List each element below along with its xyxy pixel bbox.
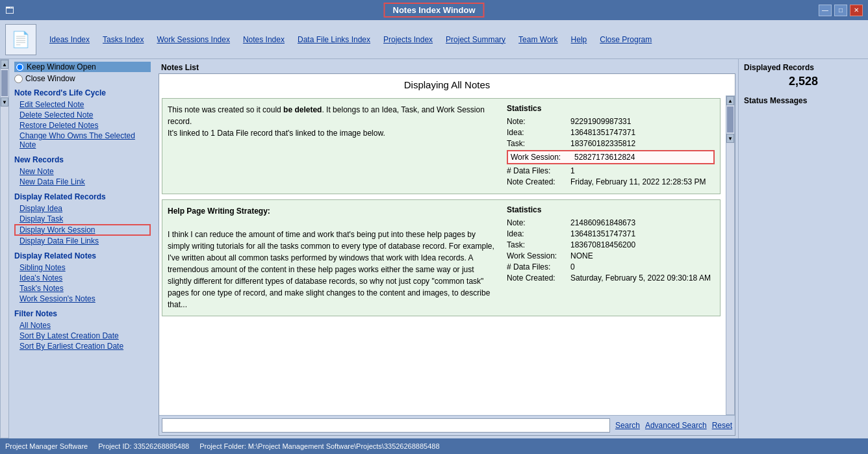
link-sibling-notes[interactable]: Sibling Notes bbox=[14, 262, 151, 273]
link-display-task[interactable]: Display Task bbox=[14, 214, 151, 224]
sidebar-container: ▲ ▼ Keep Window Open Close Window Note R… bbox=[0, 59, 156, 438]
section-filter-notes: Filter Notes bbox=[14, 309, 151, 318]
right-panel: Displayed Records 2,528 Status Messages bbox=[738, 59, 868, 438]
link-sort-earliest[interactable]: Sort By Earliest Creation Date bbox=[14, 341, 151, 351]
menu-project-summary[interactable]: Project Summary bbox=[440, 32, 511, 47]
menu-bar: 📄 Ideas Index Tasks Index Work Sessions … bbox=[0, 20, 868, 59]
stat-created-value-1: Friday, February 11, 2022 12:28:53 PM bbox=[570, 177, 706, 186]
menu-notes-index[interactable]: Notes Index bbox=[238, 32, 290, 47]
menu-ideas-index[interactable]: Ideas Index bbox=[44, 32, 95, 47]
status-project-id: Project ID: 33526268885488 bbox=[98, 442, 189, 450]
search-input[interactable] bbox=[162, 418, 610, 433]
title-bar: 🗔 Notes Index Window — □ ✕ bbox=[0, 0, 868, 20]
stat-ws-value-2: NONE bbox=[570, 251, 593, 260]
stat-note-value-2: 214860961848673 bbox=[570, 218, 635, 227]
stat-created-value-2: Saturday, February 5, 2022 09:30:18 AM bbox=[570, 273, 711, 283]
link-new-note[interactable]: New Note bbox=[14, 166, 151, 177]
stat-task-value-2: 183670818456200 bbox=[570, 240, 635, 249]
link-work-session-notes[interactable]: Work Session's Notes bbox=[14, 294, 151, 304]
logo-icon: 📄 bbox=[11, 31, 31, 49]
stat-task-label-1: Task: bbox=[507, 139, 565, 148]
sidebar-scroll-up[interactable]: ▲ bbox=[1, 60, 8, 69]
menu-close-program[interactable]: Close Program bbox=[594, 32, 657, 47]
stat-created-1: Note Created: Friday, February 11, 2022 … bbox=[507, 177, 715, 186]
link-new-data-file-link[interactable]: New Data File Link bbox=[14, 177, 151, 187]
status-software: Project Manager Software bbox=[5, 442, 88, 450]
link-all-notes[interactable]: All Notes bbox=[14, 320, 151, 331]
stat-df-value-1: 1 bbox=[570, 166, 575, 175]
close-window-option[interactable]: Close Window bbox=[14, 74, 151, 83]
status-project-folder: Project Folder: M:\Project Management So… bbox=[199, 442, 439, 450]
minimize-button[interactable]: — bbox=[819, 5, 832, 16]
search-bar: Search Advanced Search Reset bbox=[159, 415, 735, 435]
stat-df-value-2: 0 bbox=[570, 262, 575, 271]
notes-scroll-up[interactable]: ▲ bbox=[726, 96, 734, 105]
stat-ws-label-1: Work Session: bbox=[511, 153, 569, 162]
link-delete-selected-note[interactable]: Delete Selected Note bbox=[14, 110, 151, 120]
stat-ws-value-1: 52827173612824 bbox=[574, 153, 635, 162]
main-content: ▲ ▼ Keep Window Open Close Window Note R… bbox=[0, 59, 868, 438]
stat-df-label-1: # Data Files: bbox=[507, 166, 565, 175]
note-card-1-stats-title: Statistics bbox=[507, 104, 715, 113]
note-card-2-stats: Statistics Note: 214860961848673 Idea: 1… bbox=[507, 205, 715, 310]
note-card-1-text: This note was created so it could be del… bbox=[168, 104, 499, 188]
title-bar-left: 🗔 bbox=[5, 5, 14, 16]
stat-idea-label-1: Idea: bbox=[507, 128, 565, 137]
close-window-radio[interactable] bbox=[14, 75, 23, 83]
section-display-related-records: Display Related Records bbox=[14, 192, 151, 201]
link-display-data-file-links[interactable]: Display Data File Links bbox=[14, 236, 151, 246]
notes-list-header: Notes List bbox=[159, 62, 735, 73]
menu-team-work[interactable]: Team Work bbox=[513, 32, 563, 47]
link-task-notes[interactable]: Task's Notes bbox=[14, 283, 151, 294]
stat-idea-label-2: Idea: bbox=[507, 229, 565, 238]
notes-scroll-down[interactable]: ▼ bbox=[726, 134, 734, 143]
stat-created-label-2: Note Created: bbox=[507, 273, 565, 283]
status-bar: Project Manager Software Project ID: 335… bbox=[0, 438, 868, 454]
menu-data-file-links-index[interactable]: Data File Links Index bbox=[292, 32, 376, 47]
link-change-who-owns[interactable]: Change Who Owns The Selected Note bbox=[14, 131, 151, 150]
link-edit-selected-note[interactable]: Edit Selected Note bbox=[14, 99, 151, 110]
link-restore-deleted-notes[interactable]: Restore Deleted Notes bbox=[14, 120, 151, 131]
link-sort-latest[interactable]: Sort By Latest Creation Date bbox=[14, 331, 151, 341]
title-bar-controls: — □ ✕ bbox=[819, 5, 863, 16]
stat-task-value-1: 183760182335812 bbox=[570, 139, 635, 148]
sidebar-scroll-thumb[interactable] bbox=[1, 70, 8, 96]
stat-note-1: Note: 92291909987331 bbox=[507, 117, 715, 126]
keep-window-open-option[interactable]: Keep Window Open bbox=[14, 62, 151, 72]
close-button[interactable]: ✕ bbox=[850, 5, 863, 16]
notes-scroll-thumb[interactable] bbox=[727, 107, 734, 132]
stat-note-value-1: 92291909987331 bbox=[570, 117, 631, 126]
stat-task-2: Task: 183670818456200 bbox=[507, 240, 715, 249]
link-idea-notes[interactable]: Idea's Notes bbox=[14, 273, 151, 283]
stat-created-label-1: Note Created: bbox=[507, 177, 565, 186]
sidebar: Keep Window Open Close Window Note Recor… bbox=[9, 59, 156, 438]
link-display-work-session[interactable]: Display Work Session bbox=[14, 224, 151, 236]
search-button[interactable]: Search bbox=[615, 421, 640, 430]
keep-window-open-radio[interactable] bbox=[16, 63, 24, 71]
menu-work-sessions-index[interactable]: Work Sessions Index bbox=[151, 32, 235, 47]
notes-list-title: Displaying All Notes bbox=[159, 74, 735, 95]
menu-help[interactable]: Help bbox=[566, 32, 593, 47]
note-card-1-stats: Statistics Note: 92291909987331 Idea: 13… bbox=[507, 104, 715, 188]
stat-datafiles-2: # Data Files: 0 bbox=[507, 262, 715, 271]
displayed-records-value: 2,528 bbox=[744, 75, 863, 88]
stat-note-label-2: Note: bbox=[507, 218, 565, 227]
note-card-2[interactable]: Help Page Writing Strategy: I think I ca… bbox=[162, 199, 721, 316]
stat-note-label-1: Note: bbox=[507, 117, 565, 126]
stat-idea-value-1: 136481351747371 bbox=[570, 128, 635, 137]
maximize-button[interactable]: □ bbox=[834, 5, 847, 16]
link-display-idea[interactable]: Display Idea bbox=[14, 203, 151, 214]
advanced-search-button[interactable]: Advanced Search bbox=[645, 421, 707, 430]
notes-list-scroll: This note was created so it could be del… bbox=[159, 95, 726, 415]
menu-tasks-index[interactable]: Tasks Index bbox=[97, 32, 149, 47]
stat-task-label-2: Task: bbox=[507, 240, 565, 249]
menu-projects-index[interactable]: Projects Index bbox=[378, 32, 438, 47]
note-card-1[interactable]: This note was created so it could be del… bbox=[162, 98, 721, 194]
notes-scroll-track: ▲ ▼ bbox=[726, 95, 735, 415]
reset-button[interactable]: Reset bbox=[712, 421, 732, 430]
sidebar-scroll-track: ▲ ▼ bbox=[0, 59, 9, 438]
window-title: Notes Index Window bbox=[384, 3, 485, 18]
stat-note-2: Note: 214860961848673 bbox=[507, 218, 715, 227]
app-icon: 🗔 bbox=[5, 5, 14, 16]
sidebar-scroll-down[interactable]: ▼ bbox=[1, 97, 8, 107]
